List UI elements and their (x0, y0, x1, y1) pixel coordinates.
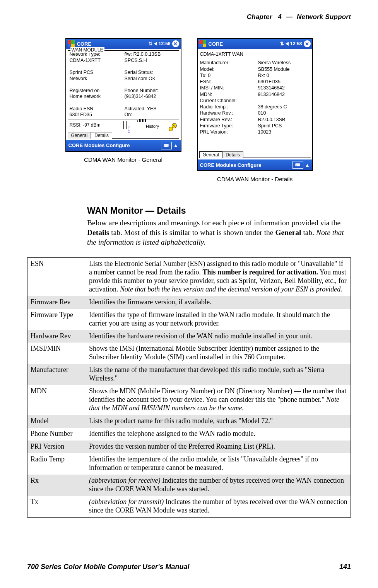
details-row: Manufacturer:Sierra Wireless (200, 60, 310, 66)
tab-details[interactable]: Details (91, 132, 112, 139)
definition-term: Tx (27, 496, 86, 517)
definition-row: MDNShows the MDN (Mobile Directory Numbe… (27, 385, 351, 415)
definition-description: Lists the product name for this radio mo… (86, 415, 351, 428)
screenshot-general: CORE ⇅ 12:56 ✕ WAN MODULE Network Type:C… (65, 38, 181, 152)
close-icon[interactable]: ✕ (172, 40, 179, 47)
definition-description: Provides the version number of the Prefe… (86, 441, 351, 453)
windows-flag-icon (68, 40, 75, 47)
definition-description: Identifies the telephone assigned to the… (86, 428, 351, 441)
details-key: Radio Temp.: (200, 104, 258, 110)
details-value: R2.0.0.13SB (258, 117, 310, 123)
header-chapter-num: 4 (278, 13, 282, 21)
titlebar-time: 12:56 (159, 41, 171, 46)
general-info-line: Serial com OK (125, 76, 177, 82)
history-box: History (126, 121, 179, 129)
definition-row: ESNLists the Electronic Serial Number (E… (27, 257, 351, 296)
definition-term: IMSI/MIN (27, 343, 86, 364)
tab-details[interactable]: Details (222, 151, 243, 158)
keyboard-icon[interactable]: ⌨ (161, 142, 172, 149)
definition-description: (abbreviation for transmit) Indicates th… (86, 496, 351, 517)
details-row: PRL Version:10023 (200, 129, 310, 135)
definition-term: Manufacturer (27, 364, 86, 385)
details-key: ESN: (200, 79, 258, 85)
definition-term: Phone Number (27, 428, 86, 441)
footerbar-text: CORE Modules Configure (68, 142, 130, 148)
general-info-line: Sprint PCS (70, 70, 122, 76)
caption-general: CDMA WAN Monitor - General (84, 156, 162, 163)
keyboard-icon[interactable]: ⌨ (292, 161, 303, 169)
general-info-line: Activated: YES (125, 106, 177, 112)
titlebar-text: CORE (77, 41, 92, 47)
caption-details: CDMA WAN Monitor - Details (217, 176, 292, 182)
general-info-line: 6301FD35 (70, 112, 122, 118)
general-info-line: f/w: R2.0.0.13SB (125, 51, 177, 58)
definition-description: Shows the IMSI (International Mobile Sub… (86, 343, 351, 364)
definition-description: Lists the name of the manufacturer that … (86, 364, 351, 385)
section-heading: WAN Monitor — Details (87, 206, 351, 216)
general-left-col: Network Type:CDMA-1XRTT Sprint PCSNetwor… (70, 51, 122, 118)
up-arrow-icon[interactable]: ▲ (305, 162, 310, 168)
tab-general[interactable]: General (199, 151, 223, 158)
details-row: Hardware Rev.:010 (200, 110, 310, 116)
footerbar-general: CORE Modules Configure ⌨ ▲ (66, 140, 181, 151)
general-info-line: Home network (70, 94, 122, 100)
definition-term: MDN (27, 385, 86, 415)
tabs-general-view: General Details (66, 130, 181, 138)
titlebar-details: CORE ⇅ 12:58 ✕ (198, 39, 312, 49)
definition-term: PRI Version (27, 441, 86, 453)
screenshot-details: CORE ⇅ 12:58 ✕ CDMA-1XRTT WAN Manufactur… (197, 38, 313, 171)
details-key: Manufacturer: (200, 60, 258, 66)
details-value: 6301FD35 (258, 79, 310, 85)
definition-term: ESN (27, 257, 86, 296)
details-value: 10023 (258, 129, 310, 135)
general-info-line: Radio ESN: (70, 106, 122, 112)
details-row: Tx: 0Rx: 0 (200, 72, 310, 79)
definition-term: Radio Temp (27, 453, 86, 475)
details-value: 38 degrees C (258, 104, 310, 110)
general-info-line: Serial Status: (125, 70, 177, 76)
footer-manual-title: 700 Series Color Mobile Computer User's … (27, 563, 189, 571)
rssi-box: RSSI: -97 dBm (68, 121, 124, 129)
up-arrow-icon[interactable]: ▲ (173, 142, 178, 148)
details-row: Firmware Rev.:R2.0.0.13SB (200, 117, 310, 123)
history-label: History (127, 124, 179, 129)
header-section: Network Support (297, 13, 351, 21)
footer-page-number: 141 (339, 563, 351, 571)
general-info-line (125, 63, 177, 70)
details-row: Firmware Type:Sprint PCS (200, 123, 310, 129)
signal-icon: ⇅ (280, 41, 284, 46)
details-row: Current Channel: (200, 98, 310, 104)
definition-row: Hardware RevIdentifies the hardware revi… (27, 330, 351, 343)
definition-description: Identifies the type of firmware installe… (86, 309, 351, 330)
general-info-line: SPCS.S.H (125, 58, 177, 64)
general-info-line (70, 82, 122, 88)
definition-row: ManufacturerLists the name of the manufa… (27, 364, 351, 385)
header-chapter-label: Chapter (247, 13, 272, 21)
general-info-line (70, 63, 122, 70)
details-key: PRL Version: (200, 129, 258, 135)
signal-icon: ⇅ (149, 41, 152, 46)
running-header: Chapter 4 — Network Support (27, 13, 351, 21)
details-key: Tx: 0 (200, 72, 258, 79)
windows-flag-icon (199, 40, 206, 47)
definitions-table: ESNLists the Electronic Serial Number (E… (27, 257, 351, 518)
footerbar-text: CORE Modules Configure (200, 162, 262, 168)
wan-module-groupbox: WAN MODULE Network Type:CDMA-1XRTT Sprin… (68, 50, 179, 120)
definition-row: PRI VersionProvides the version number o… (27, 441, 351, 453)
definition-term: Firmware Rev (27, 296, 86, 309)
definition-row: Firmware RevIdentifies the firmware vers… (27, 296, 351, 309)
details-value: Sprint PCS (258, 123, 310, 129)
definition-description: Identifies the hardware revision of the … (86, 330, 351, 343)
general-info-line: On: (125, 112, 177, 118)
details-value: Sierra Wireless (258, 60, 310, 66)
titlebar-time: 12:58 (290, 41, 302, 46)
definition-term: Model (27, 415, 86, 428)
close-icon[interactable]: ✕ (304, 40, 311, 47)
tab-general[interactable]: General (68, 132, 91, 139)
footerbar-details: CORE Modules Configure ⌨ ▲ (198, 159, 312, 170)
details-key: Firmware Type: (200, 123, 258, 129)
details-value: SB555 Module (258, 66, 310, 72)
definition-term: Firmware Type (27, 309, 86, 330)
details-key: Model: (200, 66, 258, 72)
definition-row: ModelLists the product name for this rad… (27, 415, 351, 428)
